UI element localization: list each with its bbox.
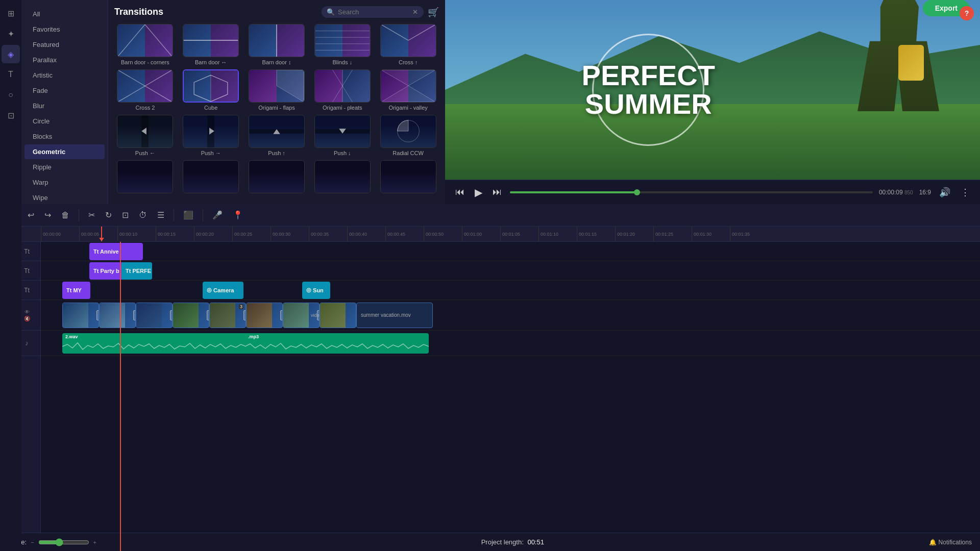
preview-timeline[interactable] bbox=[510, 191, 873, 193]
audio-clip-2[interactable]: .mp3 bbox=[245, 333, 429, 354]
play-button[interactable]: ▶ bbox=[473, 184, 484, 201]
transition-barn-door-corners[interactable]: Barn door - corners bbox=[114, 24, 176, 65]
sidebar-grid-btn[interactable]: ⊞ bbox=[2, 4, 20, 22]
transition-row4-2[interactable] bbox=[180, 160, 242, 195]
search-input[interactable] bbox=[338, 8, 409, 16]
forward-button[interactable]: ⏭ bbox=[491, 185, 504, 199]
video-clip-2[interactable] bbox=[99, 303, 136, 328]
undo-button[interactable]: ↩ bbox=[24, 208, 37, 222]
delete-button[interactable]: 🗑 bbox=[58, 209, 72, 222]
transition-blinds-down[interactable]: Blinds ↓ bbox=[311, 24, 373, 65]
clip-camera[interactable]: ◎ Camera bbox=[203, 282, 243, 299]
overlay-button[interactable]: ⬛ bbox=[180, 208, 197, 222]
transition-label: Origami - flaps bbox=[258, 105, 295, 111]
sidebar-apps-btn[interactable]: ⊡ bbox=[2, 106, 20, 124]
ruler-mark: 00:01:35 bbox=[730, 227, 768, 241]
list-button[interactable]: ☰ bbox=[154, 208, 167, 222]
clip-my[interactable]: Tt MY bbox=[62, 282, 90, 299]
video-clip-8[interactable] bbox=[320, 303, 356, 328]
transition-barn-door-v[interactable]: Barn door ↕ bbox=[246, 24, 308, 65]
category-warp[interactable]: Warp bbox=[24, 175, 105, 190]
clip-sun[interactable]: ◎ Sun bbox=[302, 282, 330, 299]
cut-button[interactable]: ✂ bbox=[85, 208, 98, 222]
category-parallax[interactable]: Parallax bbox=[24, 53, 105, 67]
sidebar-globe-btn[interactable]: ○ bbox=[2, 86, 20, 104]
transition-row4-4[interactable] bbox=[311, 160, 373, 195]
ruler-mark: 00:00:20 bbox=[194, 227, 232, 241]
category-favorites[interactable]: Favorites bbox=[24, 22, 105, 37]
transition-origami-flaps[interactable]: Origami - flaps bbox=[246, 69, 308, 111]
transition-origami-pleats[interactable]: Origami - pleats bbox=[311, 69, 373, 111]
transition-push-down[interactable]: Push ↓ bbox=[311, 115, 373, 156]
loop-button[interactable]: ↻ bbox=[102, 208, 115, 222]
ruler-mark: 00:00:05 bbox=[79, 227, 117, 241]
sidebar-effects-btn[interactable]: ◈ bbox=[2, 45, 20, 63]
video-clip-5[interactable]: 3 bbox=[209, 303, 246, 328]
transition-cross2[interactable]: Cross 2 bbox=[114, 69, 176, 111]
video-clip-4[interactable] bbox=[173, 303, 209, 328]
text-track-1: Tt Annive bbox=[41, 242, 980, 261]
scale-max-icon: + bbox=[93, 539, 96, 545]
redo-button[interactable]: ↪ bbox=[41, 208, 54, 222]
toolbar-separator3 bbox=[203, 209, 203, 221]
more-options-button[interactable]: ⋮ bbox=[959, 185, 972, 200]
transition-radial-ccw[interactable]: Radial CCW bbox=[377, 115, 439, 156]
category-fade[interactable]: Fade bbox=[24, 83, 105, 98]
transition-cube[interactable]: Cube bbox=[180, 69, 242, 111]
help-button[interactable]: ? bbox=[960, 6, 974, 20]
clear-search-icon[interactable]: ✕ bbox=[412, 8, 418, 16]
category-circle[interactable]: Circle bbox=[24, 114, 105, 129]
category-all[interactable]: All bbox=[24, 7, 105, 21]
rewind-button[interactable]: ⏮ bbox=[453, 185, 467, 199]
transition-thumb bbox=[183, 24, 239, 57]
cart-button[interactable]: 🛒 bbox=[428, 7, 439, 18]
transitions-panel: Transitions 🔍 ✕ 🛒 Barn doo bbox=[108, 0, 445, 204]
category-geometric[interactable]: Geometric bbox=[24, 144, 105, 159]
volume-button[interactable]: 🔊 bbox=[937, 185, 952, 200]
video-clip-3[interactable] bbox=[136, 303, 173, 328]
sidebar-magic-btn[interactable]: ✦ bbox=[2, 24, 20, 43]
transition-row4-1[interactable] bbox=[114, 160, 176, 195]
crop-button[interactable]: ⊡ bbox=[119, 208, 132, 222]
transition-thumb bbox=[117, 24, 173, 57]
clip-perfe[interactable]: Tt PERFE bbox=[121, 262, 152, 280]
location-button[interactable]: 📍 bbox=[230, 208, 246, 222]
sidebar-text-btn[interactable]: T bbox=[2, 65, 20, 84]
video-clip-7[interactable]: video bbox=[283, 303, 320, 328]
category-wipe[interactable]: Wipe bbox=[24, 190, 105, 205]
ruler-mark: 00:01:20 bbox=[615, 227, 653, 241]
transition-thumb bbox=[380, 115, 436, 148]
transition-thumb bbox=[183, 115, 239, 148]
video-clip-6[interactable] bbox=[246, 303, 283, 328]
transition-row4-3[interactable] bbox=[246, 160, 308, 195]
transition-push-right[interactable]: Push → bbox=[180, 115, 242, 156]
transition-label: Cube bbox=[204, 105, 217, 111]
category-featured[interactable]: Featured bbox=[24, 37, 105, 52]
transition-row4-5[interactable] bbox=[377, 160, 439, 195]
category-ripple[interactable]: Ripple bbox=[24, 160, 105, 174]
mic-button[interactable]: 🎤 bbox=[209, 208, 226, 222]
speed-button[interactable]: ⏱ bbox=[136, 209, 150, 222]
category-blocks[interactable]: Blocks bbox=[24, 129, 105, 144]
clip-annive[interactable]: Tt Annive bbox=[89, 243, 143, 260]
transition-thumb bbox=[249, 69, 305, 103]
transition-cross-up[interactable]: Cross ↑ bbox=[377, 24, 439, 65]
video-clip-last[interactable]: summer vacation.mov bbox=[356, 303, 433, 328]
transition-push-left[interactable]: Push ← bbox=[114, 115, 176, 156]
ruler-marks: 00:00:00 00:00:05 00:00:10 00:00:15 00:0… bbox=[41, 227, 768, 241]
video-clip-1[interactable] bbox=[62, 303, 99, 328]
transition-origami-valley[interactable]: Origami - valley bbox=[377, 69, 439, 111]
category-blur[interactable]: Blur bbox=[24, 98, 105, 113]
notifications-button[interactable]: 🔔 Notifications bbox=[929, 539, 972, 546]
text-track-3: Tt MY ◎ Camera ◎ Sun bbox=[41, 281, 980, 300]
category-artistic[interactable]: Artistic bbox=[24, 68, 105, 83]
transition-label: Barn door ↕ bbox=[262, 59, 291, 65]
audio-clip-1[interactable]: 2.wav bbox=[62, 333, 249, 354]
transition-push-up[interactable]: Push ↑ bbox=[246, 115, 308, 156]
scale-slider[interactable] bbox=[38, 538, 89, 546]
ruler-mark: 00:00:45 bbox=[385, 227, 424, 241]
transition-barn-door-h[interactable]: Barn door ↔ bbox=[180, 24, 242, 65]
transition-label: Cross ↑ bbox=[399, 59, 418, 65]
transitions-grid: Barn door - corners Barn door ↔ bbox=[114, 24, 439, 195]
transition-label: Radial CCW bbox=[393, 150, 424, 156]
